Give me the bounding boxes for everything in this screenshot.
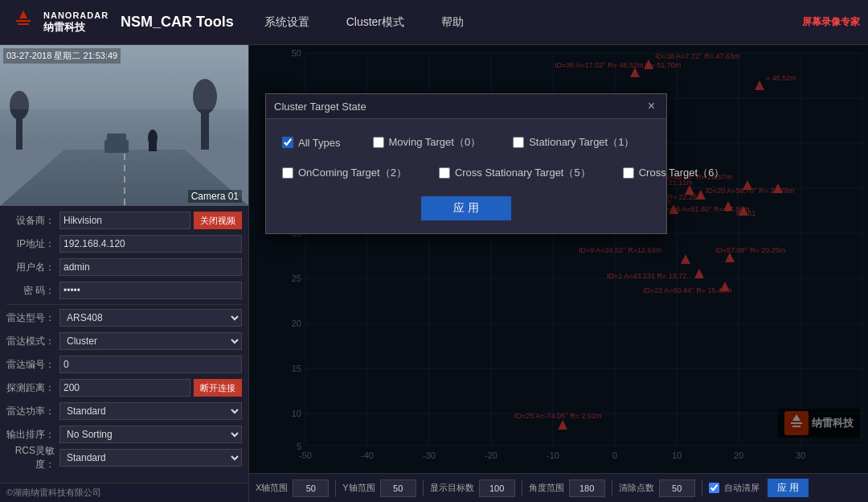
detect-range-row: 探测距离： 断开连接	[6, 378, 242, 397]
all-types-label: All Types	[298, 137, 341, 149]
x-axis-input[interactable]	[293, 479, 329, 497]
right-panel: 50 45 40 35 30 25 20 15 10 5 -50 -40 -30…	[249, 45, 868, 502]
ctrl-divider-1	[335, 480, 336, 496]
all-types-checkbox-item[interactable]: All Types	[282, 135, 341, 150]
device-row: 设备商： 关闭视频	[6, 211, 242, 230]
modal-title: Cluster Target State	[274, 101, 366, 113]
cross-stationary-label: Cross Stationary Target（5）	[455, 166, 591, 180]
angle-label: 角度范围	[529, 482, 564, 494]
rcs-label: RCS灵敏度：	[6, 444, 55, 471]
stationary-target-checkbox-item[interactable]: Stationary Target（1）	[513, 135, 634, 150]
moving-target-checkbox[interactable]	[373, 137, 384, 148]
nav-menu: 系统设置 Cluster模式 帮助	[258, 12, 802, 33]
x-axis-label: X轴范围	[256, 482, 288, 494]
nav-cluster-mode[interactable]: Cluster模式	[340, 12, 411, 33]
camera-datetime: 03-27-2018 星期二 21:53:49	[3, 48, 121, 64]
radar-canvas-area: 50 45 40 35 30 25 20 15 10 5 -50 -40 -30…	[249, 45, 868, 473]
camera-label: Camera 01	[188, 190, 242, 203]
bottom-apply-button[interactable]: 应 用	[768, 479, 809, 497]
radar-type-label: 雷达型号：	[6, 311, 55, 325]
svg-rect-13	[104, 140, 129, 153]
oncoming-target-label: OnComing Target（2）	[298, 166, 407, 180]
svg-rect-12	[149, 142, 157, 151]
camera-view: 03-27-2018 星期二 21:53:49 Camera 01	[0, 45, 248, 206]
disconnect-button[interactable]: 断开连接	[194, 379, 242, 397]
device-input[interactable]	[59, 212, 190, 229]
radar-power-label: 雷达功率：	[6, 405, 55, 418]
left-panel: 03-27-2018 星期二 21:53:49 Camera 01 设备商： 关…	[0, 45, 249, 502]
oncoming-target-checkbox-item[interactable]: OnComing Target（2）	[282, 166, 407, 180]
radar-id-input[interactable]	[59, 356, 242, 373]
auto-clear-label: 自动清屏	[724, 482, 760, 494]
user-row: 用户名：	[6, 257, 242, 277]
stationary-target-label: Stationary Target（1）	[529, 135, 634, 150]
clear-label: 清除点数	[619, 482, 654, 494]
checkbox-row-2: OnComing Target（2） Cross Stationary Targ…	[282, 166, 650, 180]
ctrl-divider-2	[423, 480, 424, 496]
cross-target-checkbox[interactable]	[623, 167, 634, 179]
ctrl-divider-5	[702, 480, 702, 496]
logo-text: NANORADAR 纳雷科技	[43, 10, 108, 34]
rcs-row: RCS灵敏度： Standard	[6, 448, 242, 467]
all-types-checkbox[interactable]	[282, 137, 293, 148]
modal-overlay: Cluster Target State × All Types Moving …	[249, 45, 868, 473]
user-label: 用户名：	[6, 261, 55, 274]
oncoming-target-checkbox[interactable]	[282, 167, 293, 179]
display-input[interactable]	[479, 479, 515, 497]
password-input[interactable]	[59, 282, 242, 299]
cross-stationary-checkbox-item[interactable]: Cross Stationary Target（5）	[439, 166, 591, 180]
radar-power-select[interactable]: Standard	[59, 402, 242, 420]
radar-id-row: 雷达编号：	[6, 355, 242, 374]
nav-system-settings[interactable]: 系统设置	[258, 12, 316, 33]
auto-clear-checkbox[interactable]	[709, 483, 719, 493]
main-layout: 03-27-2018 星期二 21:53:49 Camera 01 设备商： 关…	[0, 45, 868, 502]
output-order-label: 输出排序：	[6, 428, 55, 442]
modal-close-button[interactable]: ×	[645, 99, 658, 113]
radar-mode-label: 雷达模式：	[6, 335, 55, 348]
app-title: NSM_CAR Tools	[121, 14, 234, 31]
svg-rect-2	[16, 20, 31, 22]
detect-range-input[interactable]	[59, 379, 190, 397]
modal-apply-button[interactable]: 应 用	[421, 196, 511, 220]
checkbox-row-1: All Types Moving Target（0） Stationary Ta…	[282, 135, 650, 150]
moving-target-checkbox-item[interactable]: Moving Target（0）	[373, 135, 481, 150]
svg-rect-14	[107, 134, 126, 142]
y-axis-input[interactable]	[380, 479, 416, 497]
radar-power-row: 雷达功率： Standard	[6, 401, 242, 421]
detect-range-label: 探测距离：	[6, 381, 55, 395]
nav-help[interactable]: 帮助	[435, 12, 470, 33]
radar-type-row: 雷达型号： ARS408	[6, 308, 242, 327]
cluster-target-state-modal: Cluster Target State × All Types Moving …	[265, 93, 667, 234]
output-order-select[interactable]: No Sorting	[59, 426, 242, 443]
stationary-target-checkbox[interactable]	[513, 137, 524, 148]
close-video-button[interactable]: 关闭视频	[194, 212, 242, 229]
detect-input-group: 断开连接	[59, 379, 242, 397]
rcs-select[interactable]: Standard	[59, 449, 242, 467]
modal-body: All Types Moving Target（0） Stationary Ta…	[266, 119, 666, 233]
output-order-row: 输出排序： No Sorting	[6, 425, 242, 444]
display-label: 显示目标数	[430, 482, 474, 494]
ip-input[interactable]	[59, 235, 242, 253]
radar-mode-select[interactable]: Cluster	[59, 332, 242, 350]
device-input-group: 关闭视频	[59, 212, 242, 229]
camera-background	[0, 45, 248, 206]
topbar: NANORADAR 纳雷科技 NSM_CAR Tools 系统设置 Cluste…	[0, 0, 868, 45]
radar-type-select[interactable]: ARS408	[59, 309, 242, 327]
form-area: 设备商： 关闭视频 IP地址： 用户名： 密 码： 雷达型号：	[0, 206, 248, 483]
cross-target-label: Cross Target（6）	[639, 166, 725, 180]
bottom-controls-bar: X轴范围 Y轴范围 显示目标数 角度范围 清除点数 自动清屏 应 用	[249, 473, 868, 502]
topbar-watermark-label: 屏幕录像专家	[802, 15, 860, 29]
logo-top-text: NANORADAR	[43, 10, 108, 21]
device-label: 设备商：	[6, 214, 55, 228]
cross-stationary-checkbox[interactable]	[439, 167, 450, 179]
ctrl-divider-4	[612, 480, 612, 496]
radar-mode-row: 雷达模式： Cluster	[6, 331, 242, 351]
user-input[interactable]	[59, 258, 242, 276]
cross-target-checkbox-item[interactable]: Cross Target（6）	[623, 166, 725, 180]
password-label: 密 码：	[6, 284, 55, 298]
clear-input[interactable]	[659, 479, 695, 497]
logo-area: NANORADAR 纳雷科技	[8, 7, 113, 38]
moving-target-label: Moving Target（0）	[389, 135, 481, 150]
angle-input[interactable]	[569, 479, 605, 497]
footer-company: ©湖南纳雷科技有限公司	[0, 483, 248, 502]
